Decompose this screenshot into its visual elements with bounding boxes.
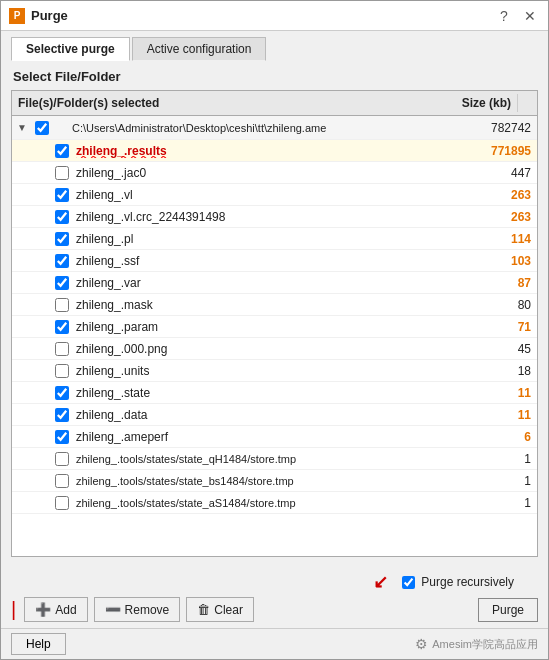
table-row: zhileng_.pl 114 bbox=[12, 228, 537, 250]
parent-row: ▼ C:\Users\Administrator\Desktop\ceshi\t… bbox=[12, 116, 537, 140]
row-name-15: zhileng_.tools/states/state_bs1484/store… bbox=[72, 475, 457, 487]
checkbox-9[interactable] bbox=[55, 342, 69, 356]
table-row: zhileng_.tools/states/state_bs1484/store… bbox=[12, 470, 537, 492]
checkbox-11[interactable] bbox=[55, 386, 69, 400]
row-size-1: 447 bbox=[457, 166, 537, 180]
action-buttons: | ➕ Add ➖ Remove 🗑 Clear Purge bbox=[11, 597, 538, 622]
table-row: zhileng_.var 87 bbox=[12, 272, 537, 294]
table-header: File(s)/Folder(s) selected Size (kb) bbox=[12, 91, 537, 116]
purge-button[interactable]: Purge bbox=[478, 598, 538, 622]
row-size-8: 71 bbox=[457, 320, 537, 334]
add-icon: ➕ bbox=[35, 602, 51, 617]
checkbox-15[interactable] bbox=[55, 474, 69, 488]
table-row: zhileng_.jac0 447 bbox=[12, 162, 537, 184]
file-table: File(s)/Folder(s) selected Size (kb) ▼ C… bbox=[11, 90, 538, 557]
window-controls: ? ✕ bbox=[494, 6, 540, 26]
row-name-3: zhileng_.vl.crc_2244391498 bbox=[72, 210, 457, 224]
table-row: zhileng_.ameperf 6 bbox=[12, 426, 537, 448]
scrollbar-header-spacer bbox=[517, 94, 533, 112]
checkbox-cell-0[interactable] bbox=[52, 144, 72, 158]
row-size-12: 11 bbox=[457, 408, 537, 422]
row-name-0: zhileng_.results bbox=[72, 144, 457, 158]
add-button[interactable]: ➕ Add bbox=[24, 597, 87, 622]
row-size-5: 103 bbox=[457, 254, 537, 268]
col-files-header: File(s)/Folder(s) selected bbox=[12, 94, 437, 112]
table-row: zhileng_.vl 263 bbox=[12, 184, 537, 206]
checkbox-5[interactable] bbox=[55, 254, 69, 268]
help-title-btn[interactable]: ? bbox=[494, 6, 514, 26]
row-name-1: zhileng_.jac0 bbox=[72, 166, 457, 180]
footer: Help ⚙ Amesim学院高品应用 bbox=[1, 628, 548, 659]
row-size-6: 87 bbox=[457, 276, 537, 290]
row-size-0: 771895 bbox=[457, 144, 537, 158]
parent-checkbox-cell[interactable] bbox=[32, 121, 52, 135]
row-name-4: zhileng_.pl bbox=[72, 232, 457, 246]
checkbox-0[interactable] bbox=[55, 144, 69, 158]
checkbox-10[interactable] bbox=[55, 364, 69, 378]
bottom-section: ↙ Purge recursively | ➕ Add ➖ Remove 🗑 C… bbox=[1, 565, 548, 628]
purge-recursive-label: Purge recursively bbox=[421, 575, 514, 589]
table-row: zhileng_.tools/states/state_aS1484/store… bbox=[12, 492, 537, 514]
row-size-4: 114 bbox=[457, 232, 537, 246]
clear-button[interactable]: 🗑 Clear bbox=[186, 597, 254, 622]
row-size-14: 1 bbox=[457, 452, 537, 466]
title-bar: P Purge ? ✕ bbox=[1, 1, 548, 31]
parent-checkbox[interactable] bbox=[35, 121, 49, 135]
window-title: Purge bbox=[31, 8, 494, 23]
table-row: zhileng_.data 11 bbox=[12, 404, 537, 426]
main-content: Select File/Folder File(s)/Folder(s) sel… bbox=[1, 61, 548, 565]
row-size-13: 6 bbox=[457, 430, 537, 444]
checkbox-1[interactable] bbox=[55, 166, 69, 180]
red-line-indicator: | bbox=[11, 598, 16, 621]
tab-selective[interactable]: Selective purge bbox=[11, 37, 130, 61]
parent-row-size: 782742 bbox=[457, 121, 537, 135]
checkbox-8[interactable] bbox=[55, 320, 69, 334]
close-btn[interactable]: ✕ bbox=[520, 6, 540, 26]
main-window: P Purge ? ✕ Selective purge Active confi… bbox=[0, 0, 549, 660]
table-row: zhileng_.state 11 bbox=[12, 382, 537, 404]
row-size-16: 1 bbox=[457, 496, 537, 510]
table-row: zhileng_.vl.crc_2244391498 263 bbox=[12, 206, 537, 228]
col-size-header: Size (kb) bbox=[437, 94, 517, 112]
row-size-2: 263 bbox=[457, 188, 537, 202]
table-rows: ▼ C:\Users\Administrator\Desktop\ceshi\t… bbox=[12, 116, 537, 556]
app-icon: P bbox=[9, 8, 25, 24]
row-name-11: zhileng_.state bbox=[72, 386, 457, 400]
row-size-9: 45 bbox=[457, 342, 537, 356]
parent-row-name: C:\Users\Administrator\Desktop\ceshi\tt\… bbox=[72, 122, 457, 134]
help-button[interactable]: Help bbox=[11, 633, 66, 655]
checkbox-6[interactable] bbox=[55, 276, 69, 290]
checkbox-2[interactable] bbox=[55, 188, 69, 202]
row-name-8: zhileng_.param bbox=[72, 320, 457, 334]
table-row: zhileng_.000.png 45 bbox=[12, 338, 537, 360]
table-row: zhileng_.results 771895 bbox=[12, 140, 537, 162]
row-size-15: 1 bbox=[457, 474, 537, 488]
table-row: zhileng_.mask 80 bbox=[12, 294, 537, 316]
table-row: zhileng_.param 71 bbox=[12, 316, 537, 338]
row-name-2: zhileng_.vl bbox=[72, 188, 457, 202]
row-size-10: 18 bbox=[457, 364, 537, 378]
row-size-7: 80 bbox=[457, 298, 537, 312]
checkbox-13[interactable] bbox=[55, 430, 69, 444]
checkbox-12[interactable] bbox=[55, 408, 69, 422]
checkbox-3[interactable] bbox=[55, 210, 69, 224]
checkbox-16[interactable] bbox=[55, 496, 69, 510]
checkbox-4[interactable] bbox=[55, 232, 69, 246]
checkbox-7[interactable] bbox=[55, 298, 69, 312]
clear-icon: 🗑 bbox=[197, 602, 210, 617]
row-size-3: 263 bbox=[457, 210, 537, 224]
expand-icon[interactable]: ▼ bbox=[12, 122, 32, 133]
row-name-6: zhileng_.var bbox=[72, 276, 457, 290]
row-size-11: 11 bbox=[457, 386, 537, 400]
row-name-16: zhileng_.tools/states/state_aS1484/store… bbox=[72, 497, 457, 509]
purge-recursive-checkbox[interactable] bbox=[402, 576, 415, 589]
table-scroll-area: ▼ C:\Users\Administrator\Desktop\ceshi\t… bbox=[12, 116, 537, 556]
red-arrow-annotation: ↙ bbox=[373, 571, 388, 593]
checkbox-14[interactable] bbox=[55, 452, 69, 466]
logo-icon: ⚙ bbox=[415, 636, 428, 652]
row-name-7: zhileng_.mask bbox=[72, 298, 457, 312]
row-name-9: zhileng_.000.png bbox=[72, 342, 457, 356]
tab-active-config[interactable]: Active configuration bbox=[132, 37, 267, 61]
remove-button[interactable]: ➖ Remove bbox=[94, 597, 181, 622]
purge-recursive-row: ↙ Purge recursively bbox=[11, 571, 538, 593]
